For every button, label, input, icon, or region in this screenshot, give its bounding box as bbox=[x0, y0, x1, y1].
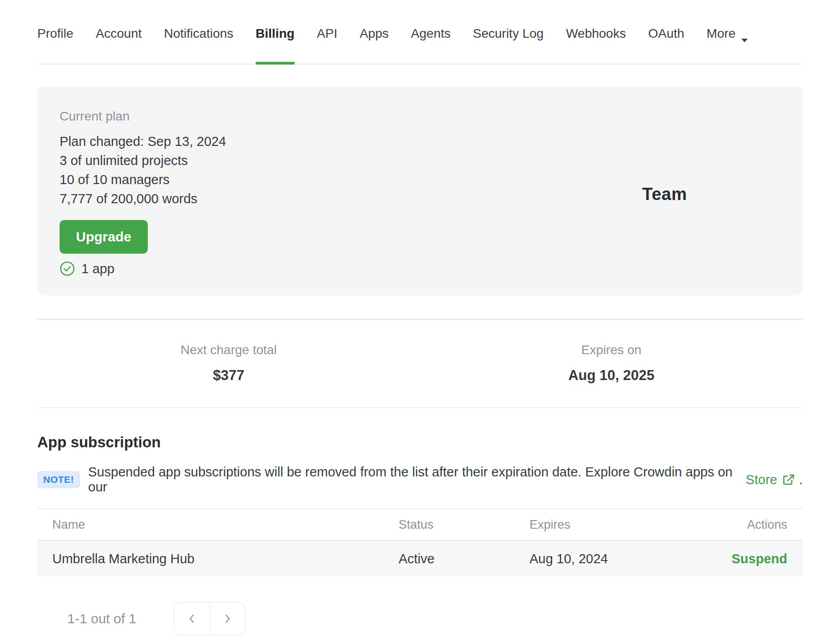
apps-included-row: 1 app bbox=[60, 261, 803, 276]
tab-security-log[interactable]: Security Log bbox=[473, 26, 544, 64]
tab-apps[interactable]: Apps bbox=[360, 26, 389, 64]
column-header-name: Name bbox=[37, 509, 398, 541]
apps-count-label: 1 app bbox=[81, 261, 115, 276]
section-divider bbox=[37, 407, 803, 408]
tab-api[interactable]: API bbox=[317, 26, 337, 64]
current-plan-card: Current plan Plan changed: Sep 13, 2024 … bbox=[37, 86, 803, 295]
expires-on-value: Aug 10, 2025 bbox=[420, 367, 803, 384]
expires-on-label: Expires on bbox=[420, 343, 803, 357]
plan-changed-date: Plan changed: Sep 13, 2024 bbox=[60, 132, 803, 151]
billing-settings-page: Profile Account Notifications Billing AP… bbox=[0, 0, 840, 636]
tab-billing[interactable]: Billing bbox=[256, 26, 295, 64]
pagination-summary: 1-1 out of 1 bbox=[67, 611, 136, 626]
check-circle-icon bbox=[60, 261, 75, 276]
column-header-actions: Actions bbox=[724, 509, 803, 541]
external-link-icon bbox=[782, 473, 795, 486]
upgrade-button[interactable]: Upgrade bbox=[60, 220, 148, 254]
cell-expires: Aug 10, 2024 bbox=[529, 541, 724, 576]
next-page-button[interactable] bbox=[210, 603, 245, 635]
pager-button-group bbox=[174, 602, 246, 636]
tab-account[interactable]: Account bbox=[96, 26, 141, 64]
tab-oauth[interactable]: OAuth bbox=[648, 26, 684, 64]
suspend-link[interactable]: Suspend bbox=[732, 551, 787, 566]
cell-app-name: Umbrella Marketing Hub bbox=[37, 541, 398, 576]
previous-page-button[interactable] bbox=[175, 603, 210, 635]
tab-notifications[interactable]: Notifications bbox=[164, 26, 234, 64]
plan-name: Team bbox=[642, 185, 687, 204]
plan-projects-usage: 3 of unlimited projects bbox=[60, 151, 803, 170]
note-text: Suspended app subscriptions will be remo… bbox=[88, 465, 803, 495]
store-link[interactable]: Store bbox=[746, 472, 777, 487]
table-row: Umbrella Marketing Hub Active Aug 10, 20… bbox=[37, 541, 803, 576]
plan-words-usage: 7,777 of 200,000 words bbox=[60, 189, 803, 208]
cell-status: Active bbox=[398, 541, 529, 576]
app-subscription-title: App subscription bbox=[37, 434, 803, 451]
tab-more[interactable]: More bbox=[707, 26, 749, 64]
next-charge-block: Next charge total $377 bbox=[37, 343, 420, 384]
tab-webhooks[interactable]: Webhooks bbox=[566, 26, 626, 64]
current-plan-label: Current plan bbox=[60, 109, 803, 124]
note-badge: NOTE! bbox=[37, 471, 80, 488]
app-subscription-table: Name Status Expires Actions Umbrella Mar… bbox=[37, 508, 803, 576]
column-header-status: Status bbox=[398, 509, 529, 541]
caret-down-icon bbox=[741, 31, 748, 36]
next-charge-label: Next charge total bbox=[37, 343, 420, 357]
table-header-row: Name Status Expires Actions bbox=[37, 509, 803, 541]
chevron-right-icon bbox=[222, 613, 233, 624]
chevron-left-icon bbox=[186, 613, 197, 624]
settings-tab-bar: Profile Account Notifications Billing AP… bbox=[37, 0, 803, 65]
note-row: NOTE! Suspended app subscriptions will b… bbox=[37, 465, 803, 495]
column-header-expires: Expires bbox=[529, 509, 724, 541]
plan-managers-usage: 10 of 10 managers bbox=[60, 170, 803, 189]
billing-summary: Next charge total $377 Expires on Aug 10… bbox=[37, 320, 803, 407]
next-charge-value: $377 bbox=[37, 367, 420, 384]
expires-on-block: Expires on Aug 10, 2025 bbox=[420, 343, 803, 384]
tab-profile[interactable]: Profile bbox=[37, 26, 73, 64]
tab-agents[interactable]: Agents bbox=[411, 26, 451, 64]
pagination: 1-1 out of 1 bbox=[37, 602, 803, 636]
